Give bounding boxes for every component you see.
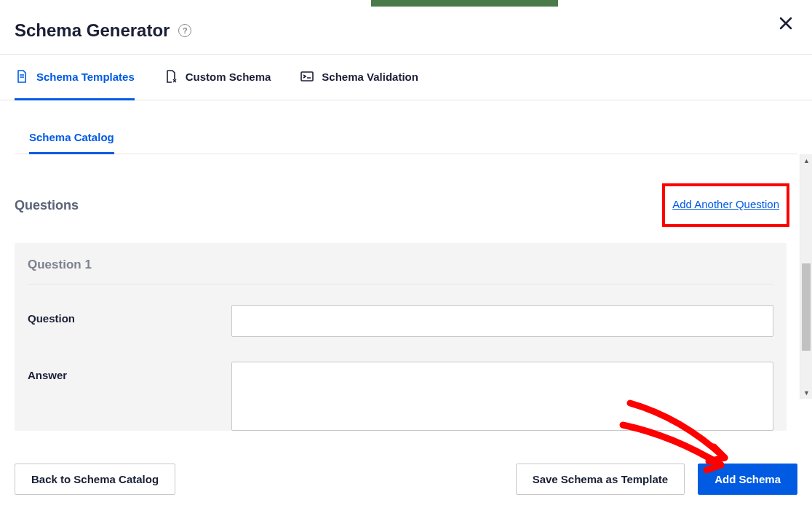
page-title: Schema Generator	[15, 20, 170, 41]
help-icon[interactable]: ?	[178, 24, 191, 37]
question-input[interactable]	[231, 305, 773, 337]
questions-section-label: Questions	[15, 198, 79, 213]
button-label: Back to Schema Catalog	[31, 473, 159, 485]
scroll-up-icon[interactable]: ▲	[800, 154, 812, 167]
tab-schema-validation[interactable]: Schema Validation	[300, 55, 418, 100]
button-label: Save Schema as Template	[533, 473, 669, 485]
subtab-schema-catalog[interactable]: Schema Catalog	[29, 122, 114, 154]
back-button[interactable]: Back to Schema Catalog	[15, 464, 175, 495]
modal-footer: Back to Schema Catalog Save Schema as Te…	[0, 453, 812, 505]
answer-input[interactable]	[231, 362, 773, 431]
close-button[interactable]	[776, 13, 796, 33]
svg-rect-0	[301, 72, 313, 81]
file-edit-icon	[164, 69, 178, 84]
highlight-box: Add Another Question	[662, 183, 789, 227]
question-field-label: Question	[28, 305, 231, 325]
add-schema-button[interactable]: Add Schema	[698, 464, 797, 495]
content-area: Questions Add Another Question Question …	[15, 154, 800, 399]
button-label: Add Schema	[715, 473, 781, 485]
terminal-icon	[300, 69, 314, 84]
subtab-label: Schema Catalog	[29, 131, 114, 143]
question-card: Question 1 Question Answer	[15, 243, 787, 431]
modal-header: Schema Generator ?	[0, 0, 812, 55]
question-card-title: Question 1	[28, 258, 773, 285]
secondary-tabs: Schema Catalog	[15, 100, 797, 154]
vertical-scrollbar[interactable]: ▲ ▼	[800, 154, 812, 399]
primary-tabs: Schema Templates Custom Schema Schema Va…	[0, 55, 812, 100]
tab-custom-schema[interactable]: Custom Schema	[164, 55, 271, 100]
scroll-down-icon[interactable]: ▼	[800, 386, 812, 399]
save-template-button[interactable]: Save Schema as Template	[516, 464, 685, 495]
add-another-question-link[interactable]: Add Another Question	[672, 198, 779, 210]
tab-schema-templates[interactable]: Schema Templates	[15, 55, 135, 100]
tab-label: Schema Templates	[36, 71, 135, 83]
tab-label: Custom Schema	[186, 71, 271, 83]
close-icon	[779, 16, 793, 31]
tab-label: Schema Validation	[322, 71, 418, 83]
file-icon	[15, 69, 29, 84]
scroll-thumb[interactable]	[802, 263, 811, 351]
answer-field-label: Answer	[28, 362, 231, 381]
